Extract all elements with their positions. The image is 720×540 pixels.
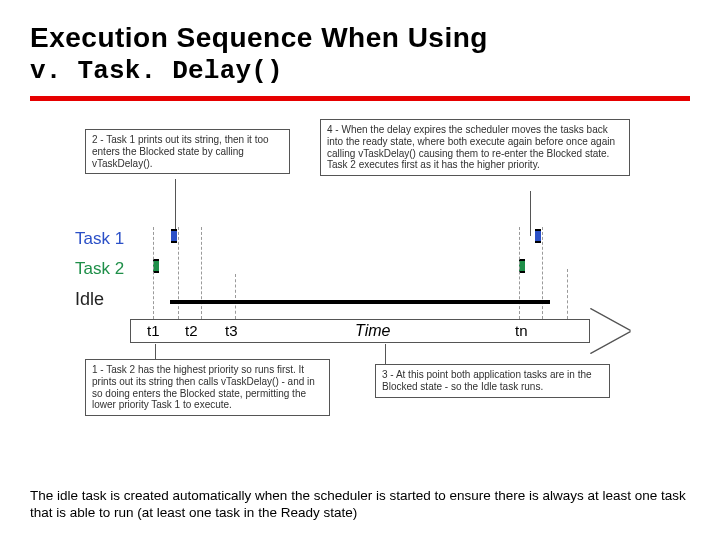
leader-c2 xyxy=(175,179,176,229)
task1-run-a xyxy=(171,229,177,243)
leader-c4 xyxy=(530,191,531,236)
time-axis-arrowhead xyxy=(590,309,630,353)
title-line-2: v. Task. Delay() xyxy=(30,56,690,86)
dashed-t2b xyxy=(201,227,202,319)
dashed-t3 xyxy=(235,274,236,319)
label-idle: Idle xyxy=(75,289,104,310)
tick-t3: t3 xyxy=(225,322,238,339)
dashed-t1 xyxy=(153,227,154,319)
title-underline xyxy=(30,96,690,101)
task1-run-b xyxy=(535,229,541,243)
tick-time: Time xyxy=(355,322,390,340)
leader-c3 xyxy=(385,344,386,364)
slide-title: Execution Sequence When Using v. Task. D… xyxy=(30,22,690,86)
tick-t1: t1 xyxy=(147,322,160,339)
callout-3: 3 - At this point both application tasks… xyxy=(375,364,610,398)
idle-baseline xyxy=(170,300,550,304)
slide-caption: The idle task is created automatically w… xyxy=(30,487,690,522)
tick-tn: tn xyxy=(515,322,528,339)
dashed-tn-b xyxy=(542,227,543,319)
label-task2: Task 2 xyxy=(75,259,124,279)
timing-diagram: 2 - Task 1 prints out its string, then i… xyxy=(75,119,645,429)
dashed-t2a xyxy=(178,227,179,319)
tick-t2: t2 xyxy=(185,322,198,339)
title-line-1: Execution Sequence When Using xyxy=(30,22,690,54)
dashed-tn-a xyxy=(519,227,520,319)
dashed-tn-c xyxy=(567,269,568,319)
label-task1: Task 1 xyxy=(75,229,124,249)
callout-2: 2 - Task 1 prints out its string, then i… xyxy=(85,129,290,174)
callout-4: 4 - When the delay expires the scheduler… xyxy=(320,119,630,176)
leader-c1 xyxy=(155,344,156,359)
callout-1: 1 - Task 2 has the highest priority so r… xyxy=(85,359,330,416)
